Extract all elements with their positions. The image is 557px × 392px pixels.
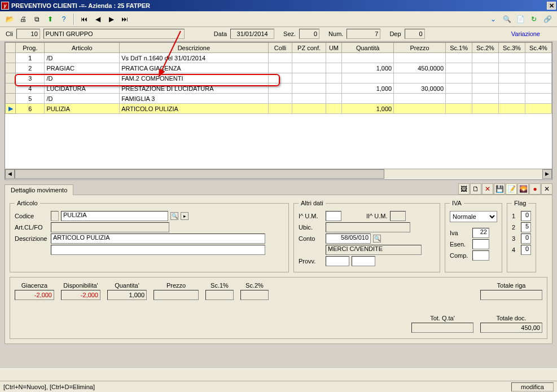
col-sc3[interactable]: Sc.3% — [498, 43, 525, 53]
cell-s3[interactable] — [498, 83, 525, 94]
cell-s2[interactable] — [472, 73, 499, 83]
codice-input[interactable]: PULIZIA — [61, 211, 168, 221]
tool-delete-icon[interactable]: ✕ — [482, 183, 493, 195]
cell-prog[interactable]: 2 — [16, 63, 45, 73]
col-sc4[interactable]: Sc.4% — [525, 43, 551, 53]
cell-s3[interactable] — [498, 63, 525, 73]
open-icon[interactable]: 📂 — [3, 13, 16, 25]
cell-prz[interactable] — [394, 53, 446, 63]
variazione-link[interactable]: Variazione — [511, 30, 540, 37]
cell-s4[interactable] — [525, 104, 551, 114]
cell-colli[interactable] — [268, 63, 292, 73]
cell-s2[interactable] — [472, 104, 499, 114]
cli-name-field[interactable]: PUNTI GRUPPO — [43, 29, 185, 39]
cell-desc[interactable]: ARTICOLO PULIZIA — [120, 104, 268, 114]
cell-s3[interactable] — [498, 73, 525, 83]
cell-colli[interactable] — [268, 94, 292, 104]
cell-art[interactable]: PRAGIAC — [45, 63, 120, 73]
cell-desc[interactable]: FAM.2 COMPONENTI — [120, 73, 268, 83]
cell-art[interactable]: PULIZIA — [45, 104, 120, 114]
codice-search-icon[interactable]: 🔍 — [170, 212, 178, 220]
esen-input[interactable] — [472, 239, 489, 249]
cell-s1[interactable] — [446, 63, 472, 73]
cell-prz[interactable] — [394, 94, 446, 104]
cell-s3[interactable] — [498, 104, 525, 114]
cell-pz[interactable] — [292, 63, 326, 73]
row-header[interactable]: ▶ — [6, 104, 16, 114]
cell-colli[interactable] — [268, 104, 292, 114]
cell-s4[interactable] — [525, 83, 551, 94]
col-prog[interactable]: Prog. — [16, 43, 45, 53]
cell-desc[interactable]: PRATICA GIACENZA — [120, 63, 268, 73]
tab-dettaglio[interactable]: Dettaglio movimento — [5, 184, 73, 195]
codice-more-icon[interactable]: ▸ — [181, 212, 188, 220]
cell-qta[interactable]: 1,000 — [342, 104, 394, 114]
cell-desc[interactable]: FAMIGLIA 3 — [120, 94, 268, 104]
iva-input[interactable]: 22 — [472, 228, 489, 238]
grid-hscroll[interactable]: ◀ ▶ — [5, 169, 552, 179]
table-row[interactable]: ▶6PULIZIAARTICOLO PULIZIA1,000 — [6, 104, 552, 114]
copy-icon[interactable]: ⧉ — [30, 13, 43, 25]
cell-prz[interactable]: 450,0000 — [394, 63, 446, 73]
cell-qta[interactable] — [342, 53, 394, 63]
row-header[interactable] — [6, 73, 16, 83]
table-row[interactable]: 2PRAGIACPRATICA GIACENZA1,000450,0000 — [6, 63, 552, 73]
nav-last-icon[interactable]: ⏭ — [119, 13, 131, 25]
col-pzconf[interactable]: PZ conf. — [292, 43, 326, 53]
flag4-input[interactable]: 0 — [521, 245, 531, 255]
cell-s4[interactable] — [525, 73, 551, 83]
cell-um[interactable] — [326, 104, 342, 114]
print-icon[interactable]: 🖨 — [17, 13, 29, 25]
row-header[interactable] — [6, 94, 16, 104]
col-articolo[interactable]: Articolo — [45, 43, 120, 53]
cell-s1[interactable] — [446, 83, 472, 94]
cell-pz[interactable] — [292, 104, 326, 114]
provv2-input[interactable] — [352, 256, 375, 266]
cli-num-field[interactable]: 10 — [16, 29, 40, 39]
row-header[interactable] — [6, 83, 16, 94]
nav-prev-icon[interactable]: ◀ — [91, 13, 104, 25]
data-field[interactable]: 31/01/2014 — [230, 29, 274, 39]
tool-pic-icon[interactable]: 🌄 — [517, 183, 529, 195]
flag1-input[interactable]: 0 — [521, 211, 531, 221]
link-icon[interactable]: 🔗 — [541, 13, 554, 25]
cell-pz[interactable] — [292, 94, 326, 104]
cell-desc[interactable]: Vs DdT n.1640 del 31/01/2014 — [120, 53, 268, 63]
cell-s1[interactable] — [446, 73, 472, 83]
cell-prz[interactable] — [394, 104, 446, 114]
cell-s1[interactable] — [446, 53, 472, 63]
num-field[interactable]: 7 — [347, 29, 380, 39]
cell-desc[interactable]: PRESTAZIONE DI LUCIDATURA — [120, 83, 268, 94]
desc-input[interactable]: ARTICOLO PULIZIA — [51, 234, 265, 244]
cell-um[interactable] — [326, 63, 342, 73]
col-prezzo[interactable]: Prezzo — [394, 43, 446, 53]
cell-s4[interactable] — [525, 63, 551, 73]
nav-first-icon[interactable]: ⏮ — [78, 13, 90, 25]
cell-s2[interactable] — [472, 53, 499, 63]
cell-prog[interactable]: 6 — [16, 104, 45, 114]
tool-new-icon[interactable]: 🗋 — [470, 183, 481, 195]
flag3-input[interactable]: 0 — [521, 234, 531, 244]
cell-qta[interactable]: 1,000 — [342, 83, 394, 94]
dep-field[interactable]: 0 — [405, 29, 425, 39]
cell-colli[interactable] — [268, 83, 292, 94]
cell-prz[interactable] — [394, 73, 446, 83]
close-button[interactable]: ✕ — [547, 2, 556, 10]
refresh-icon[interactable]: ↻ — [528, 13, 540, 25]
tool-save-icon[interactable]: 💾 — [494, 183, 505, 195]
comp-input[interactable] — [472, 250, 489, 261]
tool-image-icon[interactable]: 🖼 — [458, 183, 470, 195]
col-um[interactable]: UM — [326, 43, 342, 53]
help-icon[interactable]: ? — [58, 13, 70, 25]
cell-s3[interactable] — [498, 53, 525, 63]
table-row[interactable]: 4LUCIDATURAPRESTAZIONE DI LUCIDATURA1,00… — [6, 83, 552, 94]
cell-prog[interactable]: 5 — [16, 94, 45, 104]
sez-field[interactable]: 0 — [299, 29, 319, 39]
cell-colli[interactable] — [268, 53, 292, 63]
col-sc1[interactable]: Sc.1% — [446, 43, 472, 53]
table-row[interactable]: 5/DFAMIGLIA 3 — [6, 94, 552, 104]
cell-qta[interactable] — [342, 94, 394, 104]
cell-s4[interactable] — [525, 94, 551, 104]
doc-icon[interactable]: 📄 — [514, 13, 527, 25]
cell-pz[interactable] — [292, 53, 326, 63]
